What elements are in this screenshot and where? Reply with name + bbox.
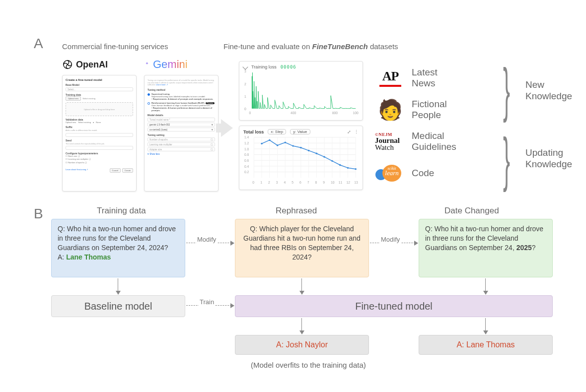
openai-seed-label: Seed (66, 139, 133, 142)
svg-point-51 (261, 143, 262, 144)
chart-bot-ytag: y: Value (290, 129, 310, 134)
svg-text:9: 9 (323, 181, 325, 184)
person-emoji-icon: 🧑 (378, 100, 403, 120)
arrow-down-2 (301, 278, 302, 294)
arrow-down-4 (301, 318, 302, 334)
col-title-rephrased: Rephrased (276, 206, 317, 216)
openai-base-model-select[interactable]: Select... (66, 87, 133, 91)
dataset-list: AP Latest News 🧑 Fictional People ©NEJM … (375, 62, 519, 189)
hp-lr[interactable]: Learning rate multiplier (68, 158, 88, 160)
radio-unselected-icon (147, 102, 150, 105)
dataset-code: scikitlearn Code (375, 157, 519, 189)
arrow-train-label: Train (199, 298, 215, 306)
gemini-base-model-select[interactable]: gemini-1.5-flash-002▾ (147, 123, 215, 127)
dataset-fictional-people-label: Fictional People (412, 99, 447, 121)
svg-text:800: 800 (332, 111, 338, 115)
svg-text:2: 2 (268, 181, 270, 184)
openai-ui-card: Create a fine-tuned model Base Model Sel… (62, 75, 137, 192)
col-title-date-changed: Date Changed (444, 206, 499, 216)
svg-text:11: 11 (339, 181, 343, 184)
gemini-block: Gemini Tuning can improve the performanc… (144, 57, 219, 192)
gemini-lr-input[interactable]: Learning rate multiplierⓘ (147, 142, 215, 146)
dataset-medical-guidelines: ©NEJM Journal Watch Medical Guidelines (375, 126, 519, 157)
gemini-setting-label: Tuning setting (147, 133, 215, 136)
qa-date-year: 2025 (516, 244, 532, 252)
openai-knot-icon (62, 59, 73, 70)
openai-seed-hint: The seed controls the reproducibility of… (66, 143, 133, 145)
arrow-modify-2-label: Modify (380, 236, 401, 243)
chart-bot-title: Total loss (243, 130, 264, 134)
hp-batch[interactable]: Batch size (68, 155, 77, 157)
gemini-radio-supervised[interactable]: Supervised tuningSupervised tuning uses … (147, 93, 215, 100)
gemini-logo: Gemini (144, 57, 219, 72)
ap-logo-icon: AP (375, 69, 406, 87)
openai-create-button[interactable]: Create (122, 168, 133, 173)
more-icon[interactable]: ⋮ (354, 130, 359, 134)
svg-text:2: 2 (244, 82, 246, 86)
finetuned-model-box: Fine-tuned model (235, 295, 553, 317)
arrow-down-5 (485, 318, 486, 334)
expand-icon[interactable]: ⤢ (347, 130, 351, 134)
openai-upload-new-tab[interactable]: Upload new (66, 96, 81, 101)
arrow-down-1 (118, 278, 118, 294)
svg-text:0.4: 0.4 (244, 165, 249, 168)
answer-date-changed: A: Lane Thomas (419, 335, 553, 355)
openai-dropzone[interactable]: Upload a file or drag and drop here (66, 102, 133, 116)
gemini-adapter-input[interactable]: Adapter sizeⓘ (147, 147, 215, 151)
openai-val-none[interactable]: None (96, 121, 101, 124)
openai-suffix-label: Suffix (66, 126, 133, 129)
gemini-method-label: Tuning method (147, 88, 215, 91)
svg-text:6: 6 (299, 181, 301, 184)
chart-bot-xtag: x: Step (268, 129, 286, 134)
svg-text:7: 7 (307, 181, 309, 184)
svg-point-61 (339, 164, 341, 166)
panel-b: Training data Rephrased Date Changed Q: … (37, 206, 559, 375)
openai-val-select[interactable]: Select existing (78, 121, 91, 124)
qa-training-a-label: A: (58, 253, 64, 261)
chart-bot-svg: 0.20.40.60.81.01.21.4012345678910111213 (243, 134, 359, 185)
openai-suffix-input[interactable] (66, 133, 133, 137)
qa-date-changed: Q: Who hit a two-run homer and drove in … (419, 219, 553, 277)
svg-text:1.0: 1.0 (244, 147, 249, 151)
openai-seed-input[interactable] (66, 146, 133, 150)
svg-text:1: 1 (260, 181, 262, 184)
chart-training-loss: Training loss 00006 012304008001000 (239, 61, 363, 121)
svg-point-63 (355, 168, 356, 170)
svg-text:1: 1 (244, 95, 246, 98)
svg-text:3: 3 (244, 70, 246, 73)
brace-icon-2: } (503, 129, 510, 189)
svg-text:1.4: 1.4 (244, 135, 249, 139)
hp-epochs[interactable]: Number of epochs (68, 161, 84, 164)
svg-text:10: 10 (331, 181, 335, 184)
svg-text:0.6: 0.6 (244, 159, 249, 162)
panel-a: Commercial fine-tuning services Fine-tun… (47, 37, 549, 201)
chart-top-code: 00006 (281, 65, 296, 69)
chevron-down-icon[interactable] (242, 64, 248, 69)
brace-icon-1: } (503, 60, 510, 119)
qa-rephrased-q: Q: Which player for the Cleveland Guardi… (243, 225, 361, 261)
gemini-learn-more-link[interactable]: Learn more ↗ (156, 84, 167, 86)
svg-text:0: 0 (252, 181, 254, 184)
chart-total-loss: Total loss x: Step y: Value ⤢ ⋮ 0.20.40.… (239, 126, 363, 190)
openai-learn-link[interactable]: Learn about fine-tuning ↗ (66, 168, 88, 171)
sklearn-logo-icon: scikitlearn (375, 163, 405, 183)
openai-cancel-button[interactable]: Cancel (110, 168, 121, 173)
gemini-epochs-input[interactable]: Number of epochsⓘ (147, 137, 215, 141)
answer-rephrased: A: Josh Naylor (235, 335, 369, 355)
svg-text:400: 400 (291, 111, 296, 115)
gemini-show-less-link[interactable]: ▾ Show less (147, 153, 215, 155)
panel-a-right-title: Fine-tune and evaluate on FineTuneBench … (223, 42, 398, 51)
svg-point-55 (292, 145, 293, 146)
svg-text:8: 8 (315, 181, 317, 184)
gemini-ui-card: Tuning can improve the performance of a … (144, 75, 219, 192)
gemini-model-name-input[interactable]: Tuned model name * (147, 118, 215, 122)
dataset-fictional-people: 🧑 Fictional People (375, 94, 519, 126)
overfit-footnote: (Model overfits to the training data) (251, 361, 366, 369)
svg-text:13: 13 (354, 181, 358, 184)
gemini-radio-rlhf[interactable]: Reinforcement learning from human feedba… (147, 102, 215, 112)
svg-text:1.2: 1.2 (244, 141, 249, 145)
openai-val-upload[interactable]: Upload new (66, 121, 76, 124)
gemini-region-select[interactable]: us-central1 (Iowa)▾ (147, 128, 215, 131)
gemini-spark-icon (144, 62, 150, 67)
openai-select-existing-tab[interactable]: Select existing (82, 97, 95, 100)
